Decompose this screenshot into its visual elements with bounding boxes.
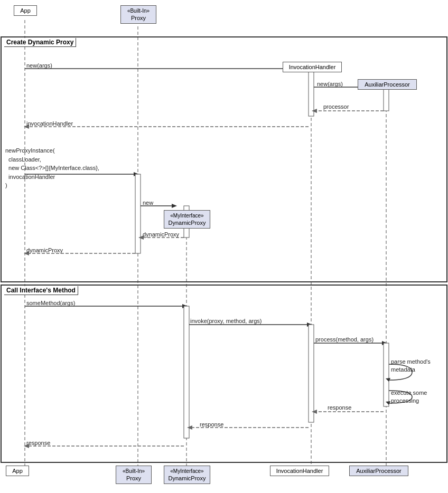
svg-marker-39 [312,410,317,414]
msg-response2: response [200,421,223,428]
svg-marker-36 [386,378,390,382]
msg-dynamic-proxy-ret: dynamicProxy [143,231,179,238]
lifeline-invocation-handler: InvocationHandler [283,62,342,72]
frame-label-create: Create Dynamic Proxy [4,38,76,47]
proxy-label: Proxy [124,14,153,22]
lifeline-proxy-top: «Built-In» Proxy [120,5,156,24]
svg-marker-31 [307,323,312,327]
msg-new-args-1: new(args) [26,62,52,69]
msg-invocation-handler: invocationHandler [26,120,73,127]
svg-marker-37 [386,401,390,405]
lifeline-ap-bottom: AuxiliarProcessor [349,466,408,476]
lifeline-proxy-bottom: «Built-In» Proxy [116,466,152,484]
svg-rect-35 [384,343,389,406]
lifeline-app-top: App [14,5,37,16]
lifeline-dp-bottom: «MyInterface» DynamicProxy [164,466,210,484]
msg-new-proxy-instance: newProxyInstance( classLoader, new Class… [5,146,99,190]
proxy-bottom-label: Proxy [119,475,148,482]
svg-rect-19 [135,174,141,253]
lifeline-auxiliar-processor: AuxiliarProcessor [358,79,417,90]
msg-response3: response [26,440,50,446]
msg-invoke: invoke(proxy, method, args) [190,318,262,324]
svg-rect-9 [309,69,314,116]
msg-process: process(method, args) [315,336,374,343]
msg-new: new [143,200,153,206]
dp-stereo: «MyInterface» [167,212,207,219]
svg-marker-28 [182,304,188,308]
svg-rect-12 [384,87,389,111]
dp-bottom-label: DynamicProxy [167,475,207,482]
msg-response1: response [328,404,351,411]
dp-bottom-stereo: «MyInterface» [167,468,207,475]
msg-execute: execute someprocessing [391,389,427,405]
msg-processor: processor [323,103,349,110]
stereo-label: «Built-In» [124,7,153,14]
svg-marker-14 [312,109,317,113]
dp-label: DynamicProxy [167,219,207,226]
svg-rect-32 [309,325,314,422]
svg-rect-29 [184,306,189,438]
msg-parse-metadata: parse method'smetadata [391,358,431,374]
frame-label-call: Call Interface's Method [4,286,78,295]
lifeline-app-bottom: App [6,466,29,476]
svg-rect-6 [1,285,447,462]
lifeline-dynamic-proxy: «MyInterface» DynamicProxy [164,210,210,229]
proxy-bottom-stereo: «Built-In» [119,468,148,475]
lifeline-ih-bottom: InvocationHandler [270,466,329,476]
diagram-container: Create Dynamic Proxy Call Interface's Me… [0,0,448,493]
svg-marker-41 [187,425,192,430]
svg-marker-34 [382,341,387,345]
msg-some-method: someMethod(args) [26,300,75,306]
svg-marker-21 [172,204,177,208]
msg-dynamic-proxy-ret2: dynamicProxy [26,247,63,253]
arrows-overlay [0,0,448,493]
svg-marker-18 [134,172,139,176]
msg-new-args-2: new(args) [317,81,343,87]
